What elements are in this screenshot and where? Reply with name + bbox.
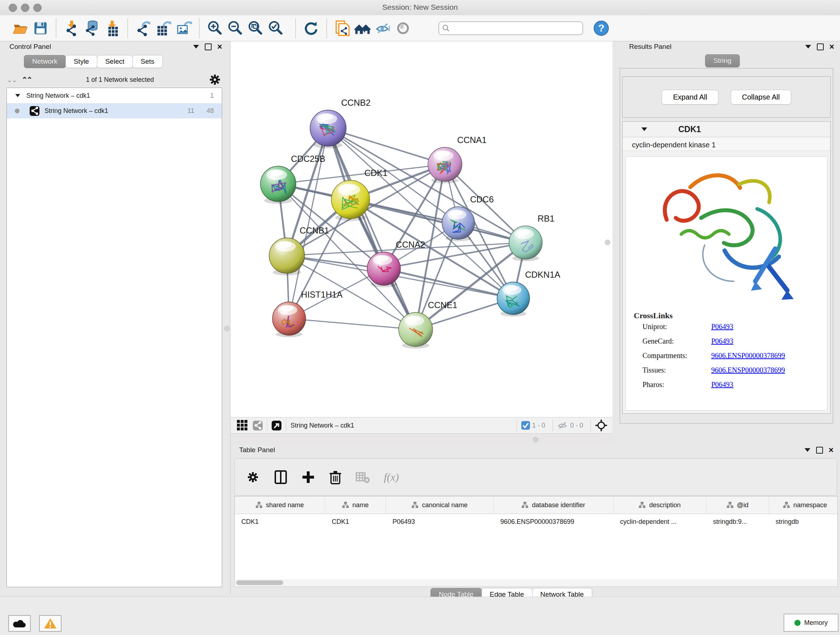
table-cell[interactable]: CDK1 [235,514,325,529]
panel-collapse-icon[interactable] [805,448,810,452]
cloud-status-button[interactable] [8,615,31,632]
table-options-gear-icon[interactable] [246,470,260,485]
export-table-button[interactable] [153,18,174,39]
right-splitter-handle[interactable] [605,240,610,245]
table-cell[interactable]: P06493 [386,514,494,529]
fit-selected-crosshair-icon[interactable] [595,419,607,432]
expand-all-icon[interactable]: ⌃⌃ [22,75,32,84]
table-cell[interactable]: CDK1 [325,514,386,529]
panel-collapse-icon[interactable] [805,45,811,49]
network-canvas[interactable]: CCNB2CCNA1CDC25BCDK1CDC6RB1CCNB1CCNA2CDK… [231,41,613,417]
column-header-shared-name[interactable]: shared name [235,496,325,514]
expand-all-button[interactable]: Expand All [662,90,718,105]
node-name: CDK1 [678,125,701,134]
network-collection-row[interactable]: String Network – cdk1 1 [7,88,222,103]
string-view-icon[interactable] [253,421,263,431]
panel-float-icon[interactable] [205,43,212,50]
delete-column-icon[interactable] [329,470,342,485]
import-network-file-button[interactable] [62,18,82,39]
toolbar-divider [267,419,267,432]
help-button[interactable]: ? [591,18,611,39]
scrollbar-thumb[interactable] [236,580,283,585]
tab-style[interactable]: Style [65,55,97,68]
table-cell[interactable]: stringdb:9... [706,514,769,529]
table-hscrollbar[interactable] [234,579,838,587]
column-header-canonical-name[interactable]: canonical name [386,496,494,514]
tab-sets[interactable]: Sets [133,55,163,68]
string-results-box: Expand All Collapse All CDK1 cyclin-depe… [620,68,833,424]
status-bar: Memory [0,597,840,635]
toolbar-separator [295,19,296,38]
control-panel-title: Control Panel [9,43,51,51]
search-box[interactable] [439,21,583,35]
refresh-layout-button[interactable] [301,18,321,39]
panel-float-icon[interactable] [816,447,823,454]
network-options-gear-icon[interactable] [208,73,221,86]
crosslink-link[interactable]: 9606.ENSP00000378699 [711,366,785,374]
tree-expander-icon[interactable] [15,94,20,97]
zoom-fit-button[interactable] [245,18,265,39]
hidden-eye-icon[interactable] [557,421,568,430]
column-header-database-identifier[interactable]: database identifier [494,496,614,514]
selected-checkbox-icon[interactable] [521,421,530,430]
home-networks-button[interactable] [352,18,373,39]
network-collection-count: 1 [210,92,222,100]
create-column-icon[interactable] [302,470,315,484]
toolbar-divider [286,419,286,432]
node-label-CCNA1: CCNA1 [457,135,486,145]
tab-string[interactable]: String [705,54,740,67]
panel-close-icon[interactable]: × [218,44,222,50]
table-cell[interactable]: cyclin-dependent ... [614,514,706,529]
crosslink-row: GeneCard:P06493 [643,337,827,345]
left-splitter-handle[interactable] [224,326,230,331]
search-input[interactable] [450,24,571,32]
memory-button[interactable]: Memory [783,614,838,632]
tab-select[interactable]: Select [97,55,133,68]
section-expander-icon[interactable] [641,127,647,131]
import-network-database-button[interactable] [82,18,102,39]
birdseye-view-icon[interactable] [272,421,281,431]
tab-network[interactable]: Network [24,55,66,68]
collapse-all-button[interactable]: Collapse All [731,90,791,105]
column-header-description[interactable]: description [614,496,706,514]
column-header-@id[interactable]: @id [706,496,769,514]
show-all-button[interactable] [393,18,413,39]
network-edge-count: 48 [207,107,222,115]
crosslink-link[interactable]: P06493 [711,323,733,331]
panel-float-icon[interactable] [817,43,824,50]
network-row-selected[interactable]: String Network – cdk1 11 48 [7,103,222,119]
export-image-button[interactable] [174,18,194,39]
crosslink-link[interactable]: P06493 [711,337,733,345]
column-header-name[interactable]: name [325,496,386,514]
table-cell[interactable]: 9606.ENSP00000378699 [494,514,614,529]
table-row[interactable]: CDK1CDK1P064939606.ENSP00000378699cyclin… [235,514,837,529]
hide-unhide-button[interactable] [373,18,393,39]
table-toolbar: f(x) [234,458,837,496]
export-network-button[interactable] [133,18,153,39]
memory-status-dot [794,620,801,626]
zoom-out-button[interactable] [225,18,245,39]
table-cell[interactable]: stringdb [769,514,838,529]
clone-network-button[interactable] [332,18,352,39]
column-header-namespace[interactable]: namespace [769,496,838,514]
save-session-button[interactable] [30,18,51,39]
show-columns-icon[interactable] [274,470,287,485]
zoom-selected-button[interactable] [265,18,286,39]
network-view-toolbar: String Network – cdk1 1 - 0 0 - 0 [231,417,613,434]
bottom-splitter-handle[interactable] [533,437,538,442]
warnings-button[interactable] [39,615,62,632]
import-table-file-button[interactable] [102,18,122,39]
crosslink-link[interactable]: P06493 [711,380,733,389]
zoom-in-button[interactable] [205,18,225,39]
node-section-header[interactable]: CDK1 [622,122,830,137]
panel-close-icon[interactable]: × [829,448,834,453]
open-session-button[interactable] [10,18,30,39]
panel-collapse-icon[interactable] [193,45,199,49]
crosslink-row: Tissues:9606.ENSP00000378699 [643,366,827,374]
network-row-label: String Network – cdk1 [44,107,108,115]
window-title: Session: New Session [0,3,840,11]
crosslink-link[interactable]: 9606.ENSP00000378699 [711,352,785,360]
collapse-all-icon[interactable]: ⌄⌄ [6,75,17,84]
grid-view-icon[interactable] [237,420,248,431]
panel-close-icon[interactable]: × [829,44,834,50]
